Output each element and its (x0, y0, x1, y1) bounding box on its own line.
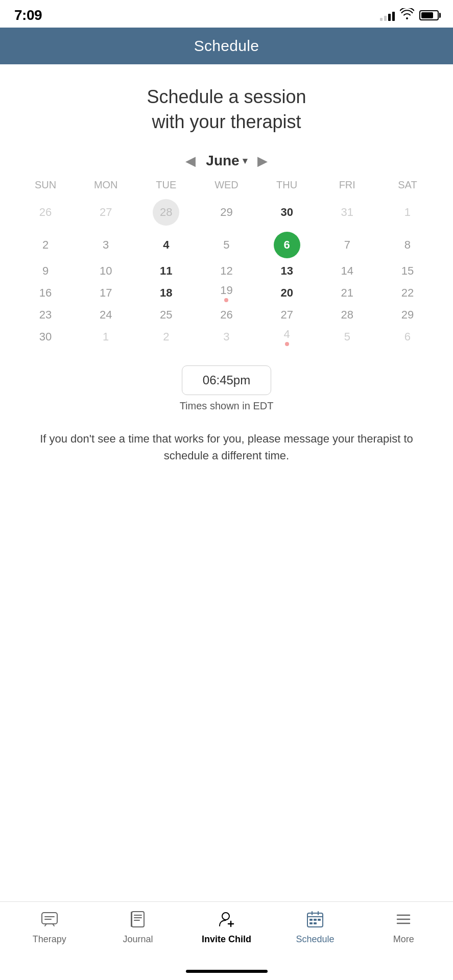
time-slot-button[interactable]: 06:45pm (182, 365, 271, 395)
calendar-day[interactable]: 2 (15, 229, 76, 261)
header-title: Schedule (194, 37, 259, 55)
nav-label-more: More (393, 934, 414, 945)
calendar-week-0: 2627282930311 (15, 196, 438, 229)
calendar-day[interactable]: 27 (257, 305, 317, 325)
svg-rect-9 (309, 919, 313, 921)
calendar-day[interactable]: 7 (317, 229, 377, 261)
calendar-day[interactable]: 9 (15, 261, 76, 281)
calendar-day[interactable]: 28 (136, 196, 196, 229)
status-icons (380, 8, 439, 22)
day-header-wed: WED (196, 179, 256, 196)
calendar-day[interactable]: 26 (196, 305, 256, 325)
calendar-day[interactable]: 28 (317, 305, 377, 325)
calendar-day[interactable]: 5 (196, 229, 256, 261)
nav-item-more[interactable]: More (360, 906, 448, 949)
more-icon (394, 910, 413, 931)
battery-icon (419, 10, 439, 20)
svg-point-3 (222, 913, 229, 920)
calendar-day[interactable]: 31 (317, 196, 377, 229)
nav-item-therapy[interactable]: Therapy (5, 906, 93, 949)
svg-rect-11 (318, 919, 321, 921)
svg-rect-0 (42, 913, 57, 924)
nav-label-schedule: Schedule (296, 934, 334, 945)
calendar-day[interactable]: 4 (257, 325, 317, 349)
day-header-tue: TUE (136, 179, 196, 196)
hero-text: Schedule a session with your therapist (15, 85, 438, 134)
calendar-day[interactable]: 27 (76, 196, 136, 229)
nav-label-therapy: Therapy (33, 934, 66, 945)
month-dropdown-arrow[interactable]: ▾ (243, 155, 247, 166)
svg-rect-12 (309, 922, 313, 924)
calendar-day[interactable]: 12 (196, 261, 256, 281)
calendar-day[interactable]: 13 (257, 261, 317, 281)
calendar-day[interactable]: 14 (317, 261, 377, 281)
calendar-day[interactable]: 6 (257, 229, 317, 261)
calendar-day[interactable]: 20 (257, 281, 317, 305)
journal-icon (129, 910, 147, 931)
wifi-icon (400, 8, 414, 22)
calendar-day[interactable]: 30 (15, 325, 76, 349)
nav-label-journal: Journal (123, 934, 153, 945)
bottom-nav: Therapy Journal Invite Child (0, 901, 453, 963)
calendar-day[interactable]: 8 (377, 229, 438, 261)
info-text: If you don't see a time that works for y… (15, 420, 438, 464)
nav-item-journal[interactable]: Journal (93, 906, 182, 949)
calendar-month: June ▾ (206, 153, 247, 169)
svg-rect-1 (132, 912, 144, 927)
calendar-day[interactable]: 29 (377, 305, 438, 325)
hero-heading: Schedule a session with your therapist (15, 85, 438, 134)
svg-rect-2 (131, 912, 132, 927)
calendar-day[interactable]: 22 (377, 281, 438, 305)
calendar-week-1: 2345678 (15, 229, 438, 261)
calendar-day[interactable]: 30 (257, 196, 317, 229)
calendar-day[interactable]: 15 (377, 261, 438, 281)
time-slot-section: 06:45pm Times shown in EDT (15, 365, 438, 412)
signal-icon (380, 10, 395, 21)
calendar-day[interactable]: 29 (196, 196, 256, 229)
day-header-thu: THU (257, 179, 317, 196)
day-header-mon: MON (76, 179, 136, 196)
calendar-day[interactable]: 3 (196, 325, 256, 349)
calendar-day[interactable]: 18 (136, 281, 196, 305)
calendar-day[interactable]: 5 (317, 325, 377, 349)
prev-month-button[interactable]: ◀ (175, 154, 206, 167)
calendar-day[interactable]: 17 (76, 281, 136, 305)
nav-item-invite-child[interactable]: Invite Child (182, 906, 271, 949)
calendar-day[interactable]: 21 (317, 281, 377, 305)
calendar-day[interactable]: 1 (76, 325, 136, 349)
calendar-day[interactable]: 10 (76, 261, 136, 281)
day-header-sat: SAT (377, 179, 438, 196)
status-bar: 7:09 (0, 0, 453, 28)
svg-rect-10 (314, 919, 317, 921)
schedule-icon (306, 910, 324, 931)
calendar: ◀ June ▾ ▶ SUN MON TUE WED THU FRI SAT (15, 153, 438, 349)
page-header: Schedule (0, 28, 453, 64)
nav-label-invite-child: Invite Child (202, 934, 251, 945)
calendar-week-3: 16171819202122 (15, 281, 438, 305)
nav-item-schedule[interactable]: Schedule (271, 906, 359, 949)
calendar-day[interactable]: 4 (136, 229, 196, 261)
calendar-day[interactable]: 1 (377, 196, 438, 229)
next-month-button[interactable]: ▶ (247, 154, 278, 167)
calendar-week-4: 23242526272829 (15, 305, 438, 325)
calendar-day[interactable]: 24 (76, 305, 136, 325)
calendar-day[interactable]: 2 (136, 325, 196, 349)
main-content: Schedule a session with your therapist ◀… (0, 64, 453, 901)
home-indicator (0, 963, 453, 980)
status-time: 7:09 (14, 7, 42, 23)
timezone-label: Times shown in EDT (180, 400, 274, 412)
calendar-day-headers: SUN MON TUE WED THU FRI SAT (15, 179, 438, 196)
calendar-day[interactable]: 3 (76, 229, 136, 261)
calendar-day[interactable]: 6 (377, 325, 438, 349)
calendar-day[interactable]: 23 (15, 305, 76, 325)
calendar-week-5: 30123456 (15, 325, 438, 349)
therapy-icon (40, 910, 59, 931)
calendar-grid: SUN MON TUE WED THU FRI SAT 262728293031… (15, 179, 438, 349)
invite-child-icon (218, 910, 236, 931)
svg-rect-13 (314, 922, 317, 924)
calendar-day[interactable]: 19 (196, 281, 256, 305)
calendar-day[interactable]: 26 (15, 196, 76, 229)
calendar-day[interactable]: 11 (136, 261, 196, 281)
calendar-day[interactable]: 25 (136, 305, 196, 325)
calendar-day[interactable]: 16 (15, 281, 76, 305)
